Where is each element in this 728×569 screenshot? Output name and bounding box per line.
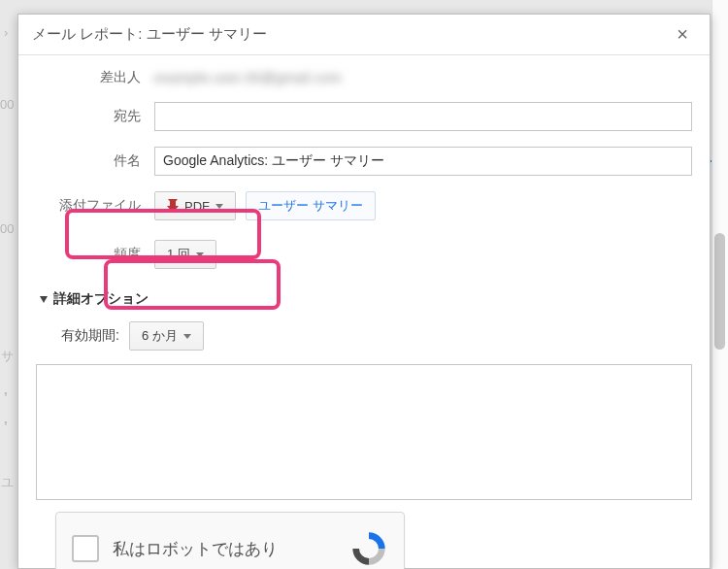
bg-char: ユ [1,474,14,491]
from-value: example.user.00@gmail.com [154,70,342,85]
from-label: 差出人 [36,69,154,86]
message-textarea[interactable] [36,364,692,500]
attached-report-label: ユーザー サマリー [258,197,363,215]
to-input[interactable] [154,102,692,131]
bg-scrollbar-thumb[interactable] [714,233,725,350]
validity-label: 有効期間: [61,327,119,345]
bg-char: サ [1,348,14,365]
attached-report-button[interactable]: ユーザー サマリー [246,191,376,220]
bg-scrollbar-track [711,0,728,569]
row-frequency: 頻度 1 回 [36,240,692,269]
attachment-format-value: PDF [184,199,210,214]
svg-rect-0 [170,204,176,213]
chevron-down-icon [183,334,191,339]
frequency-label: 頻度 [36,246,154,263]
attachment-label: 添付ファイル [36,197,154,215]
attachment-format-dropdown[interactable]: PDF [154,191,236,220]
to-label: 宛先 [36,108,154,125]
modal-title: メール レポート: ユーザー サマリー [32,25,669,44]
chevron-down-icon [196,252,204,257]
row-attachment: 添付ファイル PDF ユーザー サマリー [36,191,692,220]
close-icon: × [677,23,688,46]
pdf-icon [167,199,179,213]
close-button[interactable]: × [669,21,696,49]
bg-char: › [4,25,8,40]
modal-header: メール レポート: ユーザー サマリー × [18,15,710,55]
bg-char: 00 [0,221,14,236]
row-to: 宛先 [36,102,692,131]
recaptcha-widget: 私はロボットではあり [55,512,405,569]
chevron-down-icon [215,204,223,209]
advanced-options-label: 詳細オプション [53,290,149,308]
row-from: 差出人 example.user.00@gmail.com [36,69,692,86]
bg-char: , [4,383,8,397]
validity-value: 6 か月 [142,327,178,345]
validity-dropdown[interactable]: 6 か月 [129,321,204,351]
disclosure-triangle-icon [40,296,48,303]
email-report-modal: メール レポート: ユーザー サマリー × 差出人 example.user.0… [17,14,711,569]
modal-body: 差出人 example.user.00@gmail.com 宛先 件名 添付ファ… [18,55,710,503]
frequency-dropdown[interactable]: 1 回 [154,240,216,269]
bg-char: 00 [0,97,14,112]
bg-char: , [4,412,8,426]
frequency-value: 1 回 [167,246,190,263]
recaptcha-logo-icon [349,529,388,568]
subject-input[interactable] [154,147,692,176]
advanced-options-toggle[interactable]: 詳細オプション [40,290,692,308]
recaptcha-checkbox[interactable] [72,535,99,562]
subject-label: 件名 [36,152,154,170]
recaptcha-label: 私はロボットではあり [113,538,336,560]
row-subject: 件名 [36,147,692,176]
row-validity: 有効期間: 6 か月 [61,321,692,351]
